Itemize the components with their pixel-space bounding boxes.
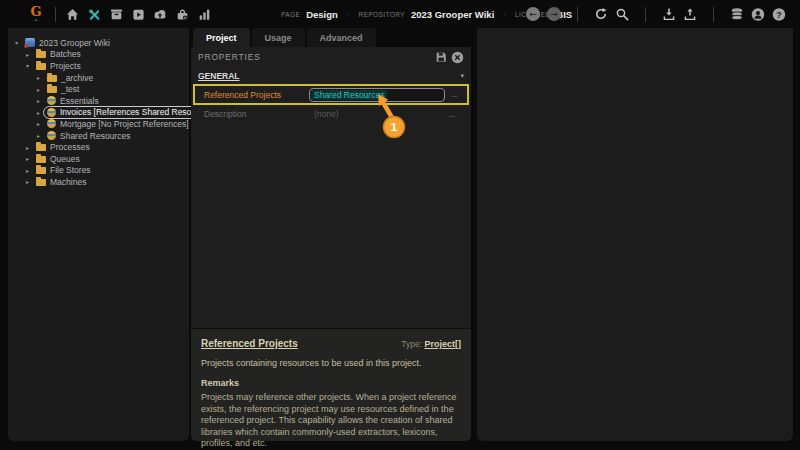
tree-item-label: Machines bbox=[50, 177, 86, 187]
tab-bar: Project Usage Advanced bbox=[191, 28, 471, 47]
expand-arrow-icon[interactable]: ▸ bbox=[34, 132, 43, 139]
tree-item[interactable]: ▸ Mortgage [No Project References] bbox=[8, 118, 189, 130]
tree-item-label: Projects bbox=[50, 61, 81, 71]
database-icon[interactable] bbox=[730, 7, 744, 21]
expand-arrow-icon[interactable]: ▸ bbox=[23, 144, 32, 151]
group-header-general[interactable]: GENERAL ▾ bbox=[191, 69, 471, 82]
download-icon[interactable] bbox=[662, 7, 676, 21]
properties-empty-space bbox=[191, 121, 471, 328]
toolbar-separator bbox=[55, 7, 56, 22]
expand-arrow-icon[interactable]: ▾ bbox=[12, 39, 21, 46]
folder-icon bbox=[36, 63, 46, 70]
import-icon[interactable] bbox=[153, 7, 167, 21]
expand-arrow-icon[interactable]: ▸ bbox=[34, 97, 43, 104]
help-type-value[interactable]: Project[] bbox=[424, 339, 461, 349]
remarks-title: Remarks bbox=[201, 378, 461, 388]
node-tree-panel: ▾ 2023 Grooper Wiki ▸ Batches ▾ Projects… bbox=[8, 28, 189, 441]
help-panel: Referenced Projects Type: Project[] Proj… bbox=[191, 328, 471, 441]
page-value[interactable]: Design bbox=[306, 9, 338, 20]
property-label: Referenced Projects bbox=[195, 90, 309, 100]
tree-item[interactable]: ▸ Batches bbox=[8, 49, 189, 61]
tree-item-label: Mortgage [No Project References] bbox=[60, 119, 189, 129]
project-icon bbox=[47, 96, 56, 105]
toolbar-separator bbox=[645, 7, 646, 22]
close-icon[interactable] bbox=[451, 51, 464, 64]
properties-title: PROPERTIES bbox=[198, 52, 261, 62]
project-icon bbox=[47, 131, 56, 140]
top-toolbar: G ⌄ bbox=[0, 0, 800, 28]
tree-item[interactable]: ▸ _archive bbox=[8, 72, 189, 84]
remarks-body: Projects may reference other projects. W… bbox=[201, 392, 461, 450]
user-icon[interactable] bbox=[751, 7, 765, 21]
expand-arrow-icon[interactable]: ▸ bbox=[34, 86, 43, 93]
property-row-description[interactable]: Description (none) ... bbox=[195, 107, 467, 121]
tree-item[interactable]: ▸ Essentials bbox=[8, 95, 189, 107]
forward-icon[interactable]: → bbox=[547, 7, 561, 21]
ellipsis-button[interactable]: ... bbox=[443, 110, 461, 119]
expand-arrow-icon[interactable]: ▸ bbox=[34, 74, 43, 81]
expand-arrow-icon[interactable]: ▸ bbox=[23, 51, 32, 58]
folder-icon bbox=[36, 144, 46, 151]
svg-text:?: ? bbox=[776, 9, 781, 19]
toolbar-separator bbox=[577, 7, 578, 22]
expand-arrow-icon[interactable]: ▸ bbox=[34, 120, 43, 127]
expand-arrow-icon[interactable]: ▸ bbox=[23, 178, 32, 185]
tree-item[interactable]: ▸ Processes bbox=[8, 141, 189, 153]
search-icon[interactable] bbox=[615, 7, 629, 21]
batches-icon[interactable] bbox=[109, 7, 123, 21]
tree-item[interactable]: ▸ File Stores bbox=[8, 165, 189, 177]
refresh-icon[interactable] bbox=[594, 7, 608, 21]
help-summary: Projects containing resources to be used… bbox=[201, 358, 461, 368]
help-title: Referenced Projects bbox=[201, 338, 298, 349]
back-icon[interactable]: ← bbox=[526, 7, 540, 21]
tree-item[interactable]: ▾ Projects bbox=[8, 60, 189, 72]
chevron-down-icon[interactable]: ▾ bbox=[460, 72, 464, 80]
expand-arrow-icon[interactable]: ▾ bbox=[23, 62, 32, 69]
folder-icon bbox=[47, 86, 57, 93]
main-panel: Project Usage Advanced PROPERTIES bbox=[191, 28, 471, 441]
tasks-icon[interactable] bbox=[131, 7, 145, 21]
tree-item[interactable]: ▸ Machines bbox=[8, 176, 189, 188]
tree-item[interactable]: ▸ Invoices [References Shared Resources] bbox=[8, 107, 189, 119]
design-tools-icon[interactable] bbox=[87, 7, 101, 21]
help-icon[interactable]: ? bbox=[772, 7, 786, 21]
tab-advanced[interactable]: Advanced bbox=[307, 28, 376, 47]
tree-item-label: Queues bbox=[50, 154, 80, 164]
grooper-logo: G ⌄ bbox=[26, 5, 46, 23]
properties-header: PROPERTIES bbox=[191, 47, 471, 67]
folder-icon bbox=[36, 179, 46, 186]
tree-item[interactable]: ▸ Shared Resources bbox=[8, 130, 189, 142]
tree-item-label: Essentials bbox=[60, 96, 99, 106]
tree-item[interactable]: ▸ _test bbox=[8, 83, 189, 95]
toolbar-separator bbox=[713, 7, 714, 22]
tree-item-label: Shared Resources bbox=[60, 131, 130, 141]
property-row-referenced-projects[interactable]: Referenced Projects Shared Resources ... bbox=[193, 84, 469, 105]
tab-project[interactable]: Project bbox=[193, 28, 250, 47]
tree-item-label: _archive bbox=[61, 73, 93, 83]
tree-item-label: Processes bbox=[50, 142, 90, 152]
logo-chevron-icon: ⌄ bbox=[33, 16, 39, 23]
tree-item[interactable]: ▾ 2023 Grooper Wiki bbox=[8, 37, 189, 49]
referenced-projects-value: Shared Resources bbox=[311, 90, 387, 100]
stats-icon[interactable] bbox=[197, 7, 211, 21]
repository-value[interactable]: 2023 Grooper Wiki bbox=[411, 9, 494, 20]
save-icon[interactable] bbox=[435, 51, 447, 63]
folder-icon bbox=[36, 167, 46, 174]
property-label: Description bbox=[195, 109, 309, 119]
content-panel-empty bbox=[477, 28, 793, 441]
ellipsis-button[interactable]: ... bbox=[445, 90, 463, 99]
jobs-icon[interactable] bbox=[175, 7, 189, 21]
tree-item[interactable]: ▸ Queues bbox=[8, 153, 189, 165]
referenced-projects-field[interactable]: Shared Resources bbox=[309, 88, 445, 102]
expand-arrow-icon[interactable]: ▸ bbox=[34, 109, 43, 116]
properties-panel: PROPERTIES GENERAL bbox=[191, 47, 471, 441]
tree: ▾ 2023 Grooper Wiki ▸ Batches ▾ Projects… bbox=[8, 37, 189, 188]
upload-icon[interactable] bbox=[683, 7, 697, 21]
page-label: PAGE bbox=[281, 11, 300, 18]
home-icon[interactable] bbox=[65, 7, 79, 21]
expand-arrow-icon[interactable]: ▸ bbox=[23, 155, 32, 162]
tab-usage[interactable]: Usage bbox=[252, 28, 305, 47]
folder-icon bbox=[36, 51, 46, 58]
expand-arrow-icon[interactable]: ▸ bbox=[23, 167, 32, 174]
project-icon bbox=[47, 108, 56, 117]
